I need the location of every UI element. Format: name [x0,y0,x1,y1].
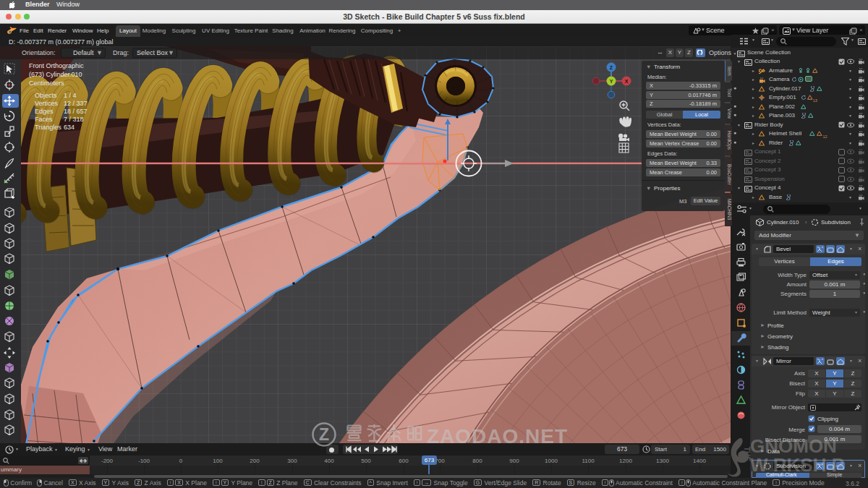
svg-text:Triangles: Triangles [35,124,61,131]
svg-text:(673) Cylinder.010: (673) Cylinder.010 [29,71,82,78]
svg-text:1 / 4: 1 / 4 [64,92,77,99]
svg-text:Centimeters: Centimeters [29,80,64,87]
svg-text:18 / 657: 18 / 657 [64,108,88,115]
svg-text:7 / 318: 7 / 318 [64,116,84,123]
svg-text:Objects: Objects [35,92,57,99]
svg-text:Front Orthographic: Front Orthographic [29,62,84,69]
svg-text:Z: Z [610,65,613,70]
svg-text:Vertices: Vertices [35,100,59,107]
svg-text:X: X [625,79,629,84]
svg-text:634: 634 [64,124,75,131]
svg-text:Y: Y [610,79,613,84]
svg-text:Edges: Edges [35,108,54,115]
svg-text:Faces: Faces [35,116,53,123]
svg-text:12 / 337: 12 / 337 [64,100,88,107]
